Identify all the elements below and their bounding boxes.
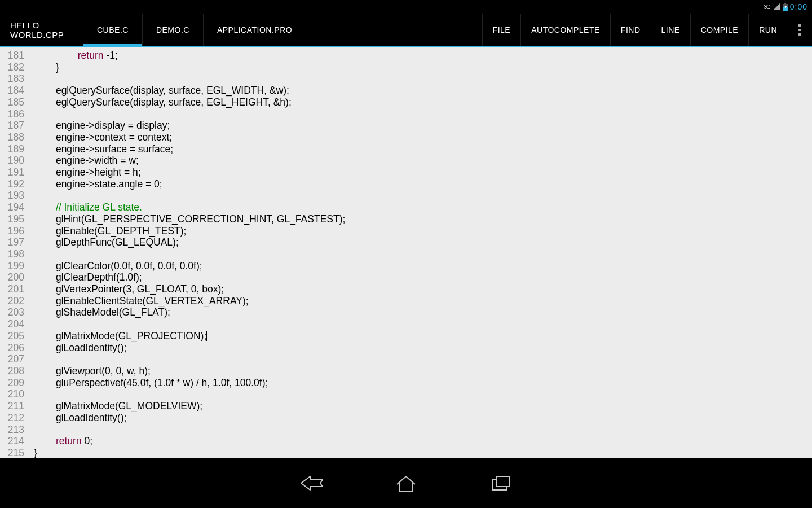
code-line[interactable]: eglQuerySurface(display, surface, EGL_WI… [34, 85, 812, 97]
code-line[interactable]: } [34, 447, 812, 458]
code-line[interactable]: // Initialize GL state. [34, 202, 812, 213]
code-line[interactable]: engine->height = h; [34, 167, 812, 178]
action-find[interactable]: FIND [610, 14, 651, 46]
line-number: 193 [0, 190, 28, 202]
line-number: 212 [0, 412, 28, 424]
code-line[interactable]: glHint(GL_PERSPECTIVE_CORRECTION_HINT, G… [34, 213, 812, 225]
line-number: 202 [0, 295, 28, 307]
code-line[interactable]: engine->width = w; [34, 155, 812, 167]
code-line[interactable]: gluPerspectivef(45.0f, (1.0f * w) / h, 1… [34, 377, 812, 389]
line-number: 185 [0, 97, 28, 108]
code-line[interactable]: glClearDepthf(1.0f); [34, 271, 812, 283]
code-line[interactable] [34, 248, 812, 260]
code-line[interactable]: glLoadIdentity(); [34, 342, 812, 354]
line-number: 190 [0, 155, 28, 167]
status-bar: 3G 0:00 [0, 0, 812, 14]
code-line[interactable]: glMatrixMode(GL_MODELVIEW); [34, 400, 812, 412]
code-editor[interactable]: 1811821831841851861871881891901911921931… [0, 47, 812, 458]
code-line[interactable] [34, 190, 812, 202]
line-number: 201 [0, 283, 28, 295]
line-number: 210 [0, 388, 28, 400]
line-number: 192 [0, 178, 28, 190]
code-line[interactable] [34, 424, 812, 436]
code-line[interactable]: glViewport(0, 0, w, h); [34, 365, 812, 377]
line-number: 196 [0, 225, 28, 237]
line-number: 198 [0, 248, 28, 260]
line-number: 186 [0, 108, 28, 120]
app-title-line1: HELLO [10, 20, 83, 30]
tab-application-pro[interactable]: APPLICATION.PRO [204, 14, 306, 46]
code-line[interactable]: return -1; [34, 50, 812, 62]
code-line[interactable] [34, 353, 812, 365]
code-line[interactable]: } [34, 62, 812, 73]
toolbar-spacer [306, 14, 482, 46]
status-clock: 0:00 [790, 2, 807, 11]
line-number: 188 [0, 132, 28, 143]
code-line[interactable]: glEnableClientState(GL_VERTEX_ARRAY); [34, 295, 812, 307]
code-line[interactable]: glLoadIdentity(); [34, 412, 812, 424]
line-number: 184 [0, 85, 28, 97]
home-button[interactable] [392, 474, 420, 492]
line-number: 182 [0, 62, 28, 73]
code-content[interactable]: return -1; } eglQuerySurface(display, su… [28, 47, 812, 458]
action-run[interactable]: RUN [748, 14, 787, 46]
file-tabs: CUBE.CDEMO.CAPPLICATION.PRO [83, 14, 306, 46]
signal-icon [773, 3, 780, 11]
code-line[interactable] [34, 318, 812, 330]
code-line[interactable]: glEnable(GL_DEPTH_TEST); [34, 225, 812, 237]
line-number: 205 [0, 330, 28, 342]
svg-rect-4 [496, 476, 510, 487]
line-number: 200 [0, 271, 28, 283]
code-line[interactable] [34, 388, 812, 400]
line-number: 208 [0, 365, 28, 377]
line-number: 206 [0, 342, 28, 354]
toolbar-actions: FILEAUTOCOMPLETEFINDLINECOMPILERUN [482, 14, 787, 46]
tab-cube-c[interactable]: CUBE.C [83, 14, 143, 46]
action-line[interactable]: LINE [651, 14, 690, 46]
back-button[interactable] [298, 474, 325, 492]
code-line[interactable]: glShadeModel(GL_FLAT); [34, 306, 812, 318]
code-line[interactable]: engine->state.angle = 0; [34, 178, 812, 190]
system-nav-bar [0, 458, 812, 508]
code-line[interactable]: engine->context = context; [34, 132, 812, 143]
network-indicator: 3G [764, 4, 770, 10]
code-line[interactable]: return 0; [34, 435, 812, 447]
code-line[interactable]: glDepthFunc(GL_LEQUAL); [34, 237, 812, 248]
text-caret [206, 331, 207, 341]
line-number: 214 [0, 435, 28, 447]
line-number-gutter: 1811821831841851861871881891901911921931… [0, 47, 28, 458]
code-line[interactable] [34, 73, 812, 85]
line-number: 194 [0, 202, 28, 213]
overflow-icon [798, 23, 801, 37]
line-number: 215 [0, 447, 28, 458]
line-number: 213 [0, 424, 28, 436]
code-line[interactable]: eglQuerySurface(display, surface, EGL_HE… [34, 97, 812, 108]
code-line[interactable]: glClearColor(0.0f, 0.0f, 0.0f, 0.0f); [34, 260, 812, 272]
action-file[interactable]: FILE [482, 14, 521, 46]
code-line[interactable]: engine->surface = surface; [34, 143, 812, 155]
app-title[interactable]: HELLO WORLD.CPP [0, 14, 83, 46]
action-compile[interactable]: COMPILE [690, 14, 749, 46]
action-autocomplete[interactable]: AUTOCOMPLETE [520, 14, 610, 46]
battery-icon [783, 3, 788, 11]
recent-apps-button[interactable] [487, 474, 514, 492]
code-line[interactable] [34, 108, 812, 120]
line-number: 195 [0, 213, 28, 225]
line-number: 191 [0, 167, 28, 178]
line-number: 187 [0, 120, 28, 132]
tab-demo-c[interactable]: DEMO.C [143, 14, 204, 46]
line-number: 181 [0, 50, 28, 62]
line-number: 211 [0, 400, 28, 412]
code-line[interactable]: engine->display = display; [34, 120, 812, 132]
svg-rect-1 [784, 3, 786, 4]
code-line[interactable]: glMatrixMode(GL_PROJECTION); [34, 330, 812, 342]
line-number: 203 [0, 306, 28, 318]
line-number: 199 [0, 260, 28, 272]
line-number: 204 [0, 318, 28, 330]
line-number: 209 [0, 377, 28, 389]
line-number: 183 [0, 73, 28, 85]
app-title-line2: WORLD.CPP [10, 30, 83, 40]
code-line[interactable]: glVertexPointer(3, GL_FLOAT, 0, box); [34, 283, 812, 295]
overflow-menu-button[interactable] [787, 14, 812, 46]
line-number: 207 [0, 353, 28, 365]
